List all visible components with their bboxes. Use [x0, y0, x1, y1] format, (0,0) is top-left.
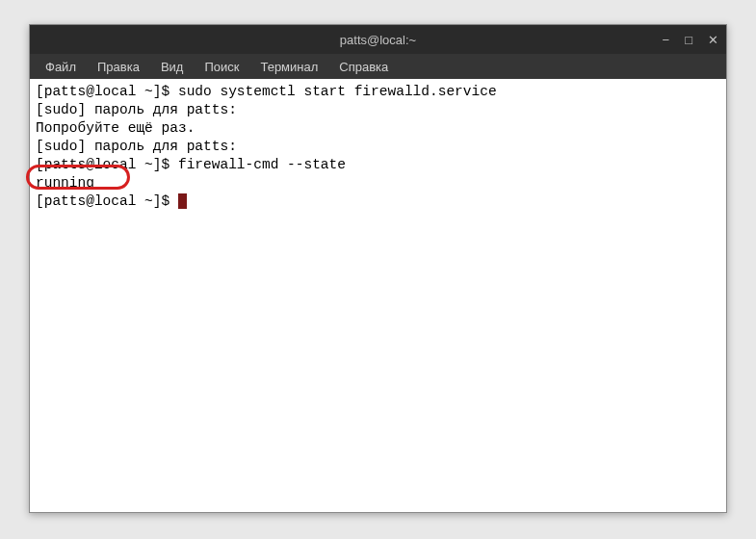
command-text: sudo systemctl start firewalld.service	[178, 84, 497, 99]
menubar: Файл Правка Вид Поиск Терминал Справка	[30, 54, 726, 79]
window-controls: − □ ✕	[663, 34, 718, 46]
terminal-line-highlighted: running	[36, 174, 720, 192]
prompt: [patts@local ~]$	[36, 157, 178, 172]
terminal-line: [sudo] пароль для patts:	[36, 138, 720, 156]
menu-view[interactable]: Вид	[151, 57, 194, 77]
terminal-cursor	[178, 193, 187, 209]
terminal-line: Попробуйте ещё раз.	[36, 119, 720, 138]
menu-terminal[interactable]: Терминал	[250, 57, 327, 77]
minimize-button[interactable]: −	[663, 34, 670, 46]
command-text: firewall-cmd --state	[178, 157, 346, 172]
titlebar[interactable]: patts@local:~ − □ ✕	[30, 25, 726, 54]
close-button[interactable]: ✕	[708, 34, 718, 46]
menu-help[interactable]: Справка	[329, 57, 398, 77]
terminal-line: [patts@local ~]$ firewall-cmd --state	[36, 156, 720, 174]
menu-edit[interactable]: Правка	[88, 57, 149, 77]
terminal-output[interactable]: [patts@local ~]$ sudo systemctl start fi…	[30, 79, 726, 512]
terminal-window: patts@local:~ − □ ✕ Файл Правка Вид Поис…	[29, 24, 727, 513]
menu-file[interactable]: Файл	[36, 57, 86, 77]
terminal-line: [sudo] пароль для patts:	[36, 101, 720, 119]
maximize-button[interactable]: □	[685, 34, 692, 46]
terminal-line: [patts@local ~]$	[36, 192, 720, 211]
window-title: patts@local:~	[340, 33, 416, 47]
prompt: [patts@local ~]$	[36, 193, 178, 209]
menu-search[interactable]: Поиск	[195, 57, 248, 77]
prompt: [patts@local ~]$	[36, 84, 178, 99]
terminal-line: [patts@local ~]$ sudo systemctl start fi…	[36, 83, 720, 101]
